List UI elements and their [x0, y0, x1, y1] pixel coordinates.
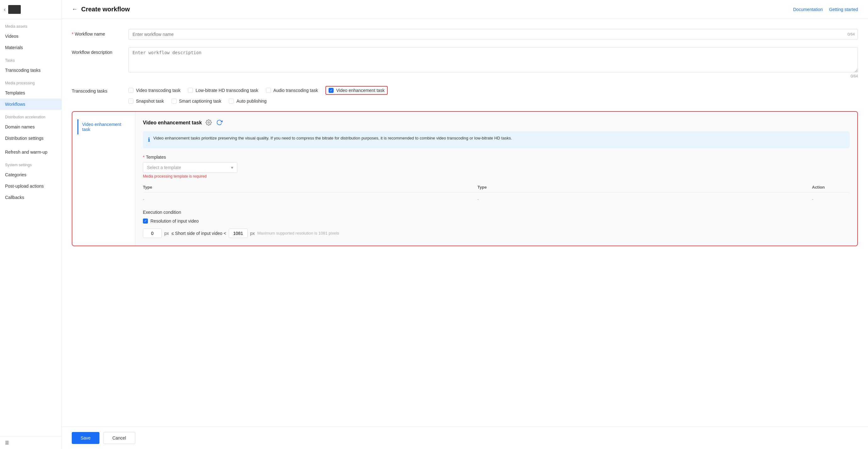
sidebar-item-domain-names[interactable]: Domain names	[0, 121, 61, 132]
main-content: ← Create workflow Documentation Getting …	[62, 0, 868, 449]
back-icon[interactable]: ‹	[4, 6, 6, 13]
sidebar-item-post-upload[interactable]: Post-upload actions	[0, 180, 61, 192]
workflow-name-char-count: 0/64	[847, 32, 855, 36]
sidebar-item-categories[interactable]: Categories	[0, 169, 61, 180]
refresh-icon[interactable]	[216, 119, 223, 126]
section-label-distribution: Distribution acceleration	[0, 110, 61, 121]
page-title: Create workflow	[81, 6, 130, 13]
resolution-row: px ≤ Short side of input video < px Maxi…	[143, 229, 850, 238]
section-label-tasks: Tasks	[0, 53, 61, 64]
task-low-bitrate-hd-checkbox[interactable]	[188, 88, 193, 93]
gear-icon[interactable]	[206, 119, 212, 126]
chevron-down-icon: ▾	[231, 165, 233, 170]
header-links: Documentation Getting started	[793, 7, 858, 12]
task-title: Video enhancement task	[143, 120, 202, 126]
back-arrow-icon[interactable]: ←	[72, 6, 78, 12]
table-col-type-header: Type	[143, 185, 477, 189]
workflow-desc-row: Workflow description 0/64	[72, 47, 858, 79]
transcoding-tasks-label: Transcoding tasks	[72, 86, 128, 93]
table-header: Type Type Action	[143, 185, 850, 192]
transcoding-tasks-group: Video transcoding task Low-bitrate HD tr…	[128, 86, 858, 95]
sidebar-item-refresh-warmup[interactable]: Refresh and warm-up	[0, 146, 61, 158]
execution-condition-label: Execution condition	[143, 210, 850, 215]
resolution-checkbox-text: Resolution of input video	[150, 218, 198, 223]
sidebar-item-transcoding-tasks[interactable]: Transcoding tasks	[0, 64, 61, 76]
sidebar-item-callbacks[interactable]: Callbacks	[0, 192, 61, 203]
resolution-min-input[interactable]	[143, 229, 162, 238]
workflow-name-field: 0/64	[128, 29, 858, 40]
resolution-unit1: px	[164, 231, 169, 236]
task-panel-sidebar-item[interactable]: Video enhancement task	[78, 119, 130, 134]
form-footer: Save Cancel	[62, 427, 868, 449]
table-cell-type1: -	[143, 197, 477, 202]
documentation-link[interactable]: Documentation	[793, 7, 823, 12]
table-cell-action: -	[812, 197, 850, 202]
validation-message: Media processing template is required	[143, 174, 850, 179]
table-row: - - -	[143, 195, 850, 203]
resolution-condition-text: ≤ Short side of input video <	[172, 231, 226, 236]
workflow-name-row: *Workflow name 0/64	[72, 29, 858, 40]
save-button[interactable]: Save	[72, 432, 99, 444]
table-col-action-header: Action	[812, 185, 850, 189]
task-auto-publishing[interactable]: Auto publishing	[229, 98, 267, 103]
sidebar-collapse-button[interactable]: ☰	[0, 436, 61, 449]
task-snapshot-checkbox[interactable]	[128, 98, 133, 103]
task-video-transcoding-checkbox[interactable]	[128, 88, 133, 93]
task-snapshot[interactable]: Snapshot task	[128, 98, 164, 103]
transcoding-tasks-row: Transcoding tasks Video transcoding task…	[72, 86, 858, 103]
resolution-checkbox-label[interactable]: Resolution of input video	[143, 218, 850, 223]
transcoding-tasks-group-row2: Snapshot task Smart captioning task Auto…	[128, 98, 858, 103]
resolution-hint: Maximum supported resolution is 1081 pix…	[257, 231, 850, 236]
task-low-bitrate-hd[interactable]: Low-bitrate HD transcoding task	[188, 86, 258, 95]
cancel-button[interactable]: Cancel	[103, 432, 135, 444]
section-label-system: System settings	[0, 158, 61, 169]
page-header: ← Create workflow Documentation Getting …	[62, 0, 868, 19]
info-box: ℹ Video enhancement tasks prioritize pre…	[143, 131, 850, 148]
template-select-placeholder: Select a template	[147, 165, 181, 170]
task-panel-main: Video enhancement task	[135, 112, 857, 246]
transcoding-tasks-field: Video transcoding task Low-bitrate HD tr…	[128, 86, 858, 103]
table-col-type2-header: Type	[477, 185, 812, 189]
task-auto-publishing-checkbox[interactable]	[229, 98, 234, 103]
task-video-enhancement-checkbox[interactable]	[329, 88, 334, 93]
sidebar: ‹ Media assets Videos Materials Tasks Tr…	[0, 0, 62, 449]
template-select[interactable]: Select a template ▾	[143, 162, 237, 173]
header-left: ← Create workflow	[72, 6, 130, 13]
table-cell-type2: -	[477, 197, 812, 202]
task-smart-captioning[interactable]: Smart captioning task	[172, 98, 222, 103]
svg-point-0	[208, 122, 210, 123]
task-video-enhancement[interactable]: Video enhancement task	[326, 86, 388, 95]
templates-section: *Templates Select a template ▾ Media pro…	[143, 155, 850, 179]
sidebar-item-materials[interactable]: Materials	[0, 42, 61, 53]
workflow-desc-textarea[interactable]	[128, 47, 858, 72]
logo-image	[8, 5, 21, 14]
task-header: Video enhancement task	[143, 119, 850, 126]
resolution-max-input[interactable]	[229, 229, 248, 238]
sidebar-item-templates[interactable]: Templates	[0, 87, 61, 98]
task-audio-transcoding[interactable]: Audio transcoding task	[266, 86, 318, 95]
sidebar-item-videos[interactable]: Videos	[0, 31, 61, 42]
form-content: *Workflow name 0/64 Workflow description…	[62, 19, 868, 427]
sidebar-logo: ‹	[0, 0, 61, 19]
task-audio-transcoding-checkbox[interactable]	[266, 88, 271, 93]
task-smart-captioning-checkbox[interactable]	[172, 98, 177, 103]
sidebar-item-workflows[interactable]: Workflows	[0, 98, 61, 110]
task-video-transcoding[interactable]: Video transcoding task	[128, 86, 180, 95]
table-section: Type Type Action - - -	[143, 185, 850, 203]
templates-label: *Templates	[143, 155, 850, 160]
execution-condition-section: Execution condition Resolution of input …	[143, 210, 850, 238]
info-text: Video enhancement tasks prioritize prese…	[153, 135, 512, 145]
workflow-desc-char-count: 0/64	[128, 74, 858, 79]
sidebar-item-distribution-settings[interactable]: Distribution settings	[0, 132, 61, 144]
resolution-checkbox[interactable]	[143, 218, 148, 223]
workflow-desc-field: 0/64	[128, 47, 858, 79]
task-panel-sidebar: Video enhancement task	[72, 112, 135, 246]
workflow-name-input[interactable]	[128, 29, 858, 40]
workflow-desc-label: Workflow description	[72, 47, 128, 55]
section-label-media-assets: Media assets	[0, 19, 61, 31]
workflow-name-label: *Workflow name	[72, 29, 128, 36]
info-icon: ℹ	[148, 136, 150, 145]
getting-started-link[interactable]: Getting started	[829, 7, 858, 12]
task-panel: Video enhancement task Video enhancement…	[72, 111, 858, 246]
resolution-unit2: px	[250, 231, 255, 236]
